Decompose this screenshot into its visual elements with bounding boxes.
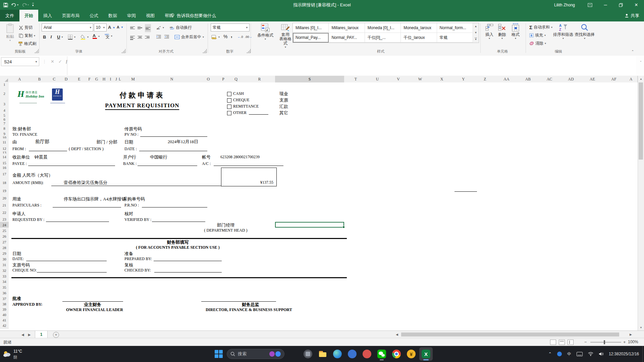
column-header-R[interactable]: R: [244, 76, 275, 83]
zoom-level[interactable]: 100%: [628, 340, 638, 344]
row-header-35[interactable]: 35: [0, 284, 9, 290]
row-header-29[interactable]: 29: [0, 250, 9, 256]
page-layout-view-icon[interactable]: [559, 340, 565, 345]
tab-1[interactable]: 插入: [38, 10, 57, 21]
row-header-14[interactable]: 14: [0, 154, 9, 160]
row-header-24[interactable]: 24: [0, 222, 9, 228]
column-header-Y[interactable]: Y: [452, 76, 475, 83]
row-header-11[interactable]: 11: [0, 138, 9, 146]
zoom-slider-thumb[interactable]: [604, 340, 605, 344]
zoom-in-icon[interactable]: +: [623, 340, 626, 345]
select-all-corner[interactable]: [0, 76, 9, 83]
underline-button[interactable]: U▾: [57, 34, 63, 40]
column-header-AE[interactable]: AE: [582, 76, 603, 83]
column-header-B[interactable]: B: [30, 76, 49, 83]
expand-formula-bar-icon[interactable]: ⌄: [639, 59, 642, 62]
taskbar-icon-excel[interactable]: X: [419, 347, 433, 361]
cell-style-item[interactable]: Moneda [0]_I...: [365, 23, 401, 33]
name-box[interactable]: S24▼: [1, 57, 39, 66]
increase-font-icon[interactable]: A▲: [108, 24, 115, 31]
column-header-V[interactable]: V: [387, 76, 410, 83]
column-header-I[interactable]: I: [108, 76, 114, 83]
share-button[interactable]: 共享: [625, 10, 639, 21]
tab-0[interactable]: 开始: [19, 10, 38, 21]
cell-style-item[interactable]: 常规: [437, 33, 473, 43]
cell-style-item[interactable]: Normal_PAY...: [329, 33, 365, 43]
column-header-F[interactable]: F: [86, 76, 93, 83]
align-left-icon[interactable]: [130, 34, 135, 40]
ime-indicator[interactable]: 中: [567, 351, 571, 357]
fill-button[interactable]: 填充▾: [529, 32, 546, 39]
tab-5[interactable]: 审阅: [122, 10, 141, 21]
taskbar-icon-wechat[interactable]: [375, 347, 388, 361]
column-header-P[interactable]: P: [218, 76, 228, 83]
fill-color-button[interactable]: ▾: [80, 34, 89, 40]
page-break-view-icon[interactable]: [568, 340, 574, 345]
ribbon-display-options-icon[interactable]: [582, 0, 598, 10]
row-header-31[interactable]: 31: [0, 262, 9, 268]
column-header-A[interactable]: A: [625, 76, 638, 83]
restore-button[interactable]: [613, 0, 629, 10]
font-name-select[interactable]: Arial▼: [42, 23, 93, 32]
row-header-41[interactable]: 41: [0, 317, 9, 323]
taskbar-icon-app-yellow[interactable]: ¥: [405, 347, 418, 361]
column-header-C[interactable]: C: [49, 76, 60, 83]
row-header-5[interactable]: 5: [0, 113, 9, 118]
format-painter-button[interactable]: 格式刷: [18, 40, 36, 47]
increase-decimal-icon[interactable]: ←.0: [237, 34, 243, 40]
row-header-12[interactable]: 12: [0, 145, 9, 152]
accounting-format-button[interactable]: ▾: [211, 34, 220, 40]
touch-keyboard-icon[interactable]: [577, 352, 583, 356]
new-sheet-button[interactable]: +: [53, 332, 59, 338]
cell-style-item[interactable]: Normal_form...: [437, 23, 473, 33]
taskbar-icon-edge[interactable]: [331, 347, 344, 361]
weather-widget[interactable]: 11°C阴: [3, 347, 22, 361]
decrease-indent-icon[interactable]: [156, 34, 161, 40]
selected-cell-S24[interactable]: [275, 222, 344, 228]
cell-style-item[interactable]: Moneda_laroux: [401, 23, 437, 33]
sort-filter-button[interactable]: AZ 排序和筛选▾: [553, 23, 574, 40]
column-header-N[interactable]: N: [145, 76, 199, 83]
row-header-9[interactable]: 9: [0, 131, 9, 136]
row-header-8[interactable]: 8: [0, 125, 9, 131]
decrease-decimal-icon[interactable]: .00→: [245, 34, 252, 40]
column-header-AB[interactable]: AB: [517, 76, 539, 83]
column-header-X[interactable]: X: [431, 76, 453, 83]
horizontal-scroll-thumb[interactable]: [401, 333, 619, 337]
percent-style-button[interactable]: %: [223, 33, 227, 40]
increase-indent-icon[interactable]: [164, 34, 169, 40]
cell-style-item[interactable]: Millares [0]_I...: [293, 23, 329, 33]
wrap-text-button[interactable]: ab 自动换行: [170, 24, 192, 31]
row-header-39[interactable]: 39: [0, 307, 9, 312]
row-header-27[interactable]: 27: [0, 239, 9, 245]
find-select-button[interactable]: 查找和选择▾: [574, 23, 595, 40]
row-header-34[interactable]: 34: [0, 279, 9, 285]
row-header-42[interactable]: 42: [0, 323, 9, 328]
column-header-AF[interactable]: AF: [603, 76, 625, 83]
cell-style-item[interactable]: Millares_laroux: [329, 23, 365, 33]
cell-style-item[interactable]: 千位_laroux: [401, 33, 437, 43]
horizontal-scrollbar[interactable]: ◀ ▶: [394, 332, 633, 337]
orientation-button[interactable]: ab▾: [156, 24, 164, 31]
column-header-M[interactable]: M: [121, 76, 146, 83]
column-header-Z[interactable]: Z: [474, 76, 496, 83]
column-header-D[interactable]: D: [60, 76, 73, 83]
cut-button[interactable]: 剪切: [19, 24, 33, 31]
align-bottom-icon[interactable]: [145, 24, 151, 32]
taskbar-icon-file-explorer[interactable]: [316, 347, 329, 361]
user-name[interactable]: Lilith Zhong: [554, 3, 575, 7]
number-dialog-launcher[interactable]: [247, 49, 251, 53]
align-right-icon[interactable]: [145, 34, 150, 40]
scroll-down-icon[interactable]: ▼: [638, 324, 644, 330]
bold-button[interactable]: B: [43, 34, 46, 40]
clear-button[interactable]: 清除▾: [529, 40, 546, 47]
row-header-40[interactable]: 40: [0, 312, 9, 318]
column-header-G[interactable]: G: [93, 76, 101, 83]
column-header-AC[interactable]: AC: [539, 76, 560, 83]
tray-chevron-icon[interactable]: ⌃: [548, 352, 552, 356]
taskbar-icon-app-blue[interactable]: [345, 347, 359, 361]
delete-cells-button[interactable]: 删除▾: [496, 23, 508, 40]
row-header-4[interactable]: 4: [0, 107, 9, 113]
column-header-S[interactable]: S: [275, 76, 344, 83]
row-header-36[interactable]: 36: [0, 290, 9, 296]
